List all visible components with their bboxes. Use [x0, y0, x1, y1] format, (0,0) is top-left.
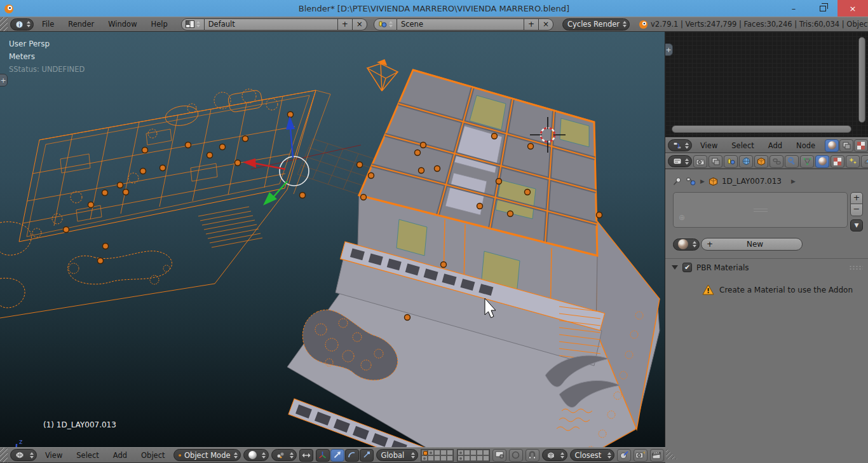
- node-menu-add[interactable]: Add: [763, 141, 788, 150]
- panel-drag-grip[interactable]: [849, 265, 863, 270]
- lock-to-scene-button[interactable]: [492, 449, 506, 462]
- layer-9[interactable]: [477, 450, 483, 455]
- scene-icon-button[interactable]: [374, 18, 397, 31]
- layers-block-1[interactable]: [421, 449, 454, 462]
- translate-manipulator-button[interactable]: [330, 449, 344, 462]
- opengl-render-anim-button[interactable]: [650, 449, 664, 462]
- layer-12[interactable]: [428, 455, 434, 461]
- layers-block-2[interactable]: [457, 449, 490, 462]
- editor-type-properties-dropdown[interactable]: [668, 155, 692, 167]
- menu-render[interactable]: Render: [62, 20, 100, 29]
- tab-render[interactable]: [693, 155, 707, 168]
- tab-data[interactable]: [800, 155, 814, 168]
- panel-expand-icon[interactable]: [672, 265, 678, 270]
- tab-modifiers[interactable]: [785, 155, 799, 168]
- menu-select[interactable]: Select: [71, 451, 104, 460]
- browse-material-dropdown[interactable]: [673, 238, 700, 251]
- node-toolshelf-tab[interactable]: +: [665, 43, 673, 56]
- breadcrumb-object-name[interactable]: 1D_LAY007.013: [722, 177, 782, 186]
- layer-18[interactable]: [470, 455, 477, 461]
- tab-physics[interactable]: [861, 155, 868, 168]
- pbr-panel-header[interactable]: ✔ PBR Materials: [665, 259, 868, 275]
- new-material-button[interactable]: + New: [701, 238, 803, 251]
- tab-particles[interactable]: [846, 155, 860, 168]
- menu-add[interactable]: Add: [107, 451, 133, 460]
- layer-6[interactable]: [458, 450, 464, 455]
- layer-4[interactable]: [440, 450, 447, 455]
- layout-add-button[interactable]: +: [338, 18, 353, 31]
- layer-2[interactable]: [428, 450, 434, 455]
- shader-nodes-toggle[interactable]: [825, 139, 839, 152]
- node-editor-canvas[interactable]: +: [665, 32, 868, 137]
- node-menu-select[interactable]: Select: [726, 141, 759, 150]
- titlebar[interactable]: Blender* [D:\PTE\VIVIENDA MARRERO\VIVIEN…: [0, 0, 868, 17]
- layer-11[interactable]: [421, 455, 428, 461]
- layer-16[interactable]: [458, 455, 464, 461]
- menu-view[interactable]: View: [39, 451, 68, 460]
- tab-constraints[interactable]: [770, 155, 783, 168]
- tab-material[interactable]: [815, 155, 829, 168]
- editor-corner-grip[interactable]: [666, 448, 677, 459]
- layer-15[interactable]: [447, 455, 453, 461]
- layer-13[interactable]: [434, 455, 440, 461]
- editor-type-info-dropdown[interactable]: i: [10, 18, 34, 31]
- layer-7[interactable]: [464, 450, 470, 455]
- scene-name-field[interactable]: Scene: [397, 18, 524, 31]
- tab-scene[interactable]: [724, 155, 738, 168]
- texture-nodes-toggle[interactable]: [854, 139, 868, 152]
- scene-delete-button[interactable]: ×: [539, 18, 553, 31]
- node-menu-node[interactable]: Node: [790, 141, 821, 150]
- layer-5[interactable]: [447, 450, 453, 455]
- minimize-button[interactable]: –: [779, 0, 808, 17]
- proportional-edit-button[interactable]: [509, 449, 523, 462]
- node-vscrollbar[interactable]: [858, 37, 865, 123]
- restore-button[interactable]: [808, 0, 837, 17]
- viewport-3d[interactable]: x z User Persp Meters SStatus: UNDEFINED…: [0, 32, 665, 447]
- menu-help[interactable]: Help: [146, 20, 173, 29]
- tab-texture[interactable]: [831, 155, 844, 168]
- transform-manipulator[interactable]: [243, 116, 309, 205]
- snap-toggle-button[interactable]: [526, 449, 539, 462]
- snap-element-dropdown[interactable]: [542, 449, 567, 461]
- render-engine-dropdown[interactable]: Cycles Render: [562, 18, 630, 31]
- manipulator-toggle[interactable]: [316, 449, 330, 462]
- slot-add-button[interactable]: +: [850, 192, 863, 204]
- slot-remove-button[interactable]: −: [850, 204, 863, 216]
- layer-10[interactable]: [483, 450, 489, 455]
- rotate-manipulator-button[interactable]: [345, 449, 359, 462]
- header-grip[interactable]: [0, 448, 8, 462]
- tab-world[interactable]: [739, 155, 753, 168]
- manipulator-z-arrow[interactable]: [286, 116, 295, 130]
- layer-1[interactable]: [421, 450, 428, 455]
- layer-8[interactable]: [470, 450, 477, 455]
- layer-20[interactable]: [483, 455, 489, 461]
- layout-delete-button[interactable]: ×: [353, 18, 367, 31]
- layer-19[interactable]: [477, 455, 483, 461]
- editor-type-3dview-dropdown[interactable]: [10, 449, 37, 461]
- editor-type-node-dropdown[interactable]: [668, 139, 692, 151]
- toolshelf-expand-tab[interactable]: +: [0, 74, 8, 86]
- mode-dropdown[interactable]: Object Mode: [173, 449, 241, 461]
- tab-object[interactable]: [754, 155, 768, 168]
- node-hscrollbar[interactable]: [672, 125, 851, 133]
- node-tree-icon[interactable]: [686, 177, 696, 186]
- menu-object[interactable]: Object: [135, 451, 170, 460]
- manipulate-centers-toggle[interactable]: [299, 449, 313, 462]
- pivot-point-dropdown[interactable]: [271, 449, 297, 461]
- menu-window[interactable]: Window: [102, 20, 142, 29]
- scene-add-button[interactable]: +: [524, 18, 539, 31]
- snap-target-dropdown[interactable]: Closest: [570, 449, 614, 461]
- layout-name-field[interactable]: Default: [205, 18, 338, 31]
- orientation-dropdown[interactable]: Global: [376, 449, 418, 461]
- layer-14[interactable]: [440, 455, 447, 461]
- layer-3[interactable]: [434, 450, 440, 455]
- snap-peel-button[interactable]: [617, 449, 631, 462]
- material-slot-list[interactable]: ⊕: [673, 192, 848, 228]
- tab-render-layers[interactable]: [709, 155, 722, 168]
- layer-17[interactable]: [464, 455, 470, 461]
- close-button[interactable]: ×: [837, 0, 868, 17]
- node-menu-view[interactable]: View: [695, 141, 723, 150]
- layers-widget[interactable]: [421, 449, 490, 462]
- opengl-render-button[interactable]: +: [634, 449, 648, 462]
- scale-manipulator-button[interactable]: [360, 449, 374, 462]
